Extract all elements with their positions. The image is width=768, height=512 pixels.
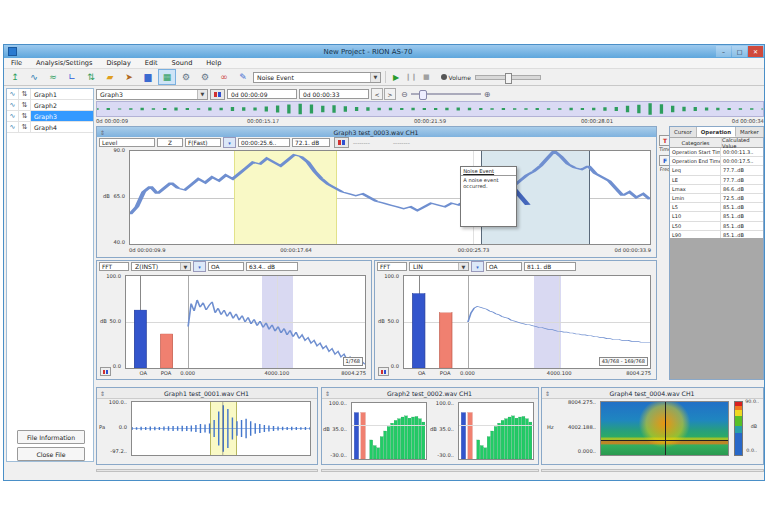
channel-tree-icon[interactable]: ⇅ <box>82 69 100 85</box>
gear-down-icon[interactable]: ⚙ <box>177 69 195 85</box>
y-tick: 90.0 <box>99 147 125 153</box>
fft-controls: FFTZ(INST)▼▾OA63.4.. dB <box>97 261 371 272</box>
time-weighting-field[interactable]: F(Fast) <box>185 138 221 147</box>
pointer-tool-icon[interactable]: ➤ <box>120 69 138 85</box>
spectrogram-chart[interactable] <box>600 401 729 456</box>
graph-list-item[interactable]: ∿⇅Graph1 <box>7 89 93 100</box>
menu-edit[interactable]: Edit <box>138 59 165 67</box>
table-row[interactable]: L1085.1..dB <box>670 212 763 221</box>
overview-time-axis: 0d 00:00:0900:00:15.1700:00:21.5900:00:2… <box>96 118 764 125</box>
move-handle-icon[interactable]: ⇕ <box>100 390 105 397</box>
move-handle-icon[interactable]: ⇕ <box>545 390 550 397</box>
fft-chart[interactable]: 43/768 - 169/768 <box>403 275 651 369</box>
table-row[interactable]: Operation End Time00:00:17.5.. <box>670 157 763 166</box>
menu-sound[interactable]: Sound <box>165 59 200 67</box>
file-information-button[interactable]: File Information <box>17 430 85 444</box>
graph4-title-bar[interactable]: ⇕ Graph4 test_0004.wav CH1 <box>542 388 763 399</box>
chevron-down-icon[interactable]: ▼ <box>180 263 190 270</box>
minimize-icon[interactable]: – <box>716 46 731 57</box>
level-graph-title-bar[interactable]: ⇕ Graph3 test_0003.wav CH1 <box>97 127 656 137</box>
play-button[interactable]: ▶ <box>393 73 399 82</box>
move-handle-icon[interactable]: ⇕ <box>325 390 330 397</box>
title-bar[interactable]: New Project - RION AS-70 – □ ✕ <box>4 45 764 58</box>
edit-wave-icon[interactable]: ✎ <box>234 69 252 85</box>
volume-knob-icon[interactable] <box>441 74 447 80</box>
volume-slider-thumb[interactable] <box>505 73 512 84</box>
zoom-slider[interactable] <box>411 93 481 95</box>
noise-event-note[interactable]: Noise Event A noise event occurred. <box>460 166 517 228</box>
reorder-icon[interactable]: ⇅ <box>19 122 31 132</box>
import-data-icon[interactable]: ↥ <box>6 69 24 85</box>
tab-operation[interactable]: Operation <box>697 127 736 137</box>
graph2-title-bar[interactable]: ⇕ Graph2 test_0002.wav CH1 <box>322 388 538 399</box>
close-icon[interactable]: ✕ <box>748 46 763 57</box>
table-row[interactable]: LE77.7..dB <box>670 176 763 185</box>
menu-help[interactable]: Help <box>199 59 228 67</box>
fft-chart[interactable]: 1/768 <box>125 275 366 369</box>
table-row[interactable]: L5085.1..dB <box>670 222 763 231</box>
menu-analysis-settings[interactable]: Analysis/Settings <box>29 59 99 67</box>
move-handle-icon[interactable]: ⇕ <box>100 129 105 136</box>
third-octave-chart[interactable]: 100.0..35.0..-30.0..dB <box>432 400 536 462</box>
time-from-field[interactable]: 0d 00:00:09 <box>227 89 297 99</box>
graph-list-item[interactable]: ∿⇅Graph3 <box>7 111 93 122</box>
y-tick: 0.0 <box>103 424 127 430</box>
table-row[interactable]: Lmax86.6..dB <box>670 185 763 194</box>
channel-flag-icon[interactable] <box>378 367 389 376</box>
fft-mode-select[interactable]: LIN▼ <box>409 262 469 271</box>
reorder-icon[interactable]: ⇅ <box>19 111 31 121</box>
fft-chart-icon[interactable]: ▆ <box>139 69 157 85</box>
maximize-icon[interactable]: □ <box>732 46 747 57</box>
table-row[interactable]: Leq77.7..dB <box>670 166 763 175</box>
channel-flag-icon[interactable] <box>210 89 225 100</box>
tab-cursor[interactable]: Cursor <box>670 127 697 137</box>
display-panel-icon[interactable]: ▦ <box>158 69 176 85</box>
graph-select[interactable]: Graph3 ▼ <box>96 89 208 100</box>
chevron-down-icon[interactable]: ▼ <box>370 73 380 82</box>
chevron-down-icon[interactable]: ▼ <box>458 263 468 270</box>
fft-controls: FFTLIN▼▾OA81.1. dB <box>375 261 656 272</box>
graph-list-item[interactable]: ∿⇅Graph2 <box>7 100 93 111</box>
third-octave-chart[interactable]: 100.0..35.0..-30.0..dB <box>325 400 429 462</box>
channel-flag-icon[interactable] <box>100 367 111 376</box>
stop-button[interactable]: ■ <box>423 73 430 81</box>
cursor-icon[interactable]: ▾ <box>471 261 484 272</box>
table-row[interactable]: Operation Start Time00:00:11.3.. <box>670 148 763 157</box>
table-row[interactable]: L585.1..dB <box>670 203 763 212</box>
gear-up-icon[interactable]: ⚙ <box>196 69 214 85</box>
volume-slider[interactable] <box>475 75 541 80</box>
graph-axes-icon[interactable]: ∟ <box>63 69 81 85</box>
reorder-icon[interactable]: ⇅ <box>19 89 31 99</box>
graph1-title-bar[interactable]: ⇕ Graph1 test_0001.wav CH1 <box>97 388 317 399</box>
waveform-icon[interactable]: ∿ <box>25 69 43 85</box>
menu-file[interactable]: File <box>4 59 29 67</box>
overview-waveform[interactable] <box>96 101 764 117</box>
chevron-down-icon[interactable]: ▼ <box>197 90 207 99</box>
data-type-select[interactable]: Level <box>99 138 155 147</box>
reorder-icon[interactable]: ⇅ <box>19 100 31 110</box>
pause-button[interactable]: ❙❙ <box>405 73 417 81</box>
level-chart[interactable]: Noise Event A noise event occurred. <box>129 150 651 245</box>
close-file-button[interactable]: Close File <box>17 447 85 461</box>
prev-button[interactable]: < <box>371 88 383 100</box>
cursor-icon[interactable]: ▾ <box>223 137 236 148</box>
level-time-axis: 0d 00:00:09.900:00:17.6400:00:25.730d 00… <box>129 247 651 254</box>
freq-weighting-field[interactable]: Z <box>157 138 183 147</box>
table-row[interactable]: Lmin72.5..dB <box>670 194 763 203</box>
next-button[interactable]: > <box>384 88 396 100</box>
graph1-waveform-chart[interactable] <box>131 401 311 456</box>
zoom-slider-thumb[interactable] <box>419 90 427 100</box>
menu-display[interactable]: Display <box>99 59 137 67</box>
open-folder-icon[interactable]: ▰ <box>101 69 119 85</box>
zoom-out-icon[interactable]: ⊖ <box>401 90 408 99</box>
tab-marker[interactable]: Marker <box>736 127 764 137</box>
fft-mode-select[interactable]: Z(INST)▼ <box>131 262 191 271</box>
time-to-field[interactable]: 0d 00:00:33 <box>299 89 369 99</box>
zoom-in-icon[interactable]: ⊕ <box>484 90 491 99</box>
cursor-icon[interactable]: ▾ <box>193 261 206 272</box>
noise-event-select[interactable]: Noise Event ▼ <box>253 72 381 83</box>
marker-wave-icon[interactable]: ≈ <box>44 69 62 85</box>
graph-list-item[interactable]: ∿⇅Graph4 <box>7 122 93 133</box>
channel-flag-icon[interactable] <box>334 137 349 148</box>
playback-marks-icon[interactable]: ∞ <box>215 69 233 85</box>
